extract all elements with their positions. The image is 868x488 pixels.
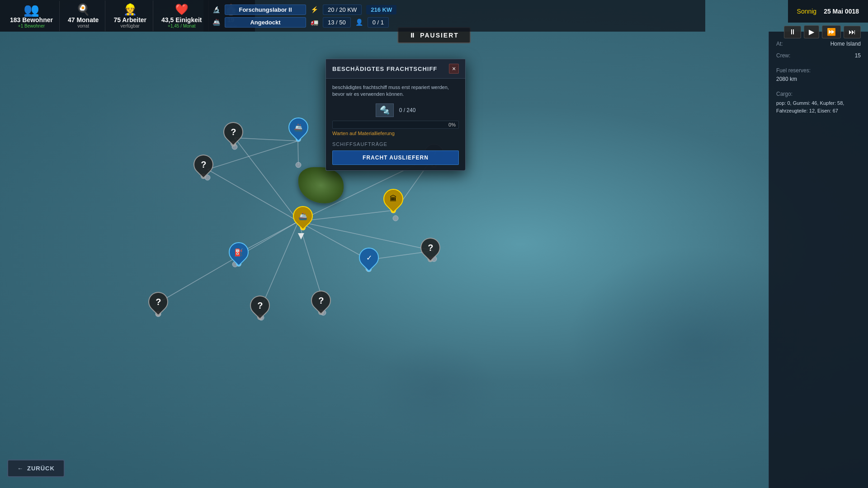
dialog-title: BESCHÄDIGTES FRACHTSCHIFF [332,66,437,72]
speed-controls: ⏸ ▶ ⏩ ⏭ [781,23,863,41]
workers-ratio: 0 / 1 [368,17,389,28]
pause-label: PAUSIERT [420,32,459,39]
fastest-speed-btn[interactable]: ⏭ [844,26,861,38]
repair-item-icon: 🔩 [376,103,394,117]
arbeiter-icon: 👷 [123,3,137,16]
einigkeit-value: 43,5 Einigkeit [161,16,202,23]
cargo-value: pop: 0, Gummi: 46, Kupfer: 58, Fahrzeugt… [776,99,861,114]
pause-speed-btn[interactable]: ⏸ [784,26,801,38]
repair-progress-bar: 0% [332,121,459,129]
fuel-label: Fuel reserves: [776,67,811,74]
map-node-unknown-5[interactable]: ? [148,292,168,316]
arbeiter-sub: verfügbar [121,23,140,28]
bewohner-sub: +1 Bewohner [18,23,45,28]
back-button[interactable]: ← ZURÜCK [7,460,65,477]
trucks-value: 13 / 50 [323,17,351,28]
progress-text: 0% [448,122,456,127]
map-node-unknown-7[interactable]: ? [311,291,331,315]
stat-bewohner: 👥 183 Bewohner +1 Bewohner [4,1,60,31]
power-current: 20 / 20 KW [323,5,362,15]
location-label: At: [776,41,783,47]
stat-einigkeit: ❤️ 43,5 Einigkeit +1,45 / Monat [155,0,208,31]
deliver-cargo-button[interactable]: FRACHT AUSLIEFERN [332,150,459,165]
dialog-close-button[interactable]: × [449,64,459,74]
bewohner-value: 183 Bewohner [10,16,53,23]
map-node-city[interactable]: 🏛 [383,189,403,213]
location-value: Home Island [830,41,861,47]
crew-label: Crew: [776,52,790,59]
item-count: 0 / 240 [399,107,416,113]
section-label: SCHIFFSAUFTRÄGE [332,141,459,147]
ship-icon: 🚢 [212,19,220,26]
bolt-icon: 🔩 [380,105,390,115]
stat-arbeiter: 👷 75 Arbeiter verfügbar [107,0,153,31]
waiting-text: Warten auf Materiallieferung [332,131,459,136]
dialog-body: beschädigtes frachtschiff muss erst repa… [326,79,465,170]
weather-text: Sonnig [797,8,817,15]
dialog-header: BESCHÄDIGTES FRACHTSCHIFF × [326,59,465,79]
docked-row: 🚢 Angedockt 🚛 13 / 50 👤 0 / 1 [212,17,696,28]
map-node-unknown-6[interactable]: ? [250,296,270,320]
map-node-ship-center[interactable]: 🚢 [293,206,313,230]
fuel-value: 2080 km [776,76,861,82]
right-info-panel: At: Home Island Crew: 15 Fuel reserves: … [769,32,868,488]
date-bar: Sonnig 25 Mai 0018 [788,0,868,23]
truck-icon: 🚛 [311,19,318,26]
map-node-unknown-2[interactable]: ? [193,155,213,179]
cargo-row: Cargo: pop: 0, Gummi: 46, Kupfer: 58, Fa… [776,89,861,114]
map-node-oil[interactable]: ⛽ [229,242,249,267]
research-icon: 🔬 [212,6,220,13]
monate-icon: 🍳 [76,3,90,16]
play-speed-btn[interactable]: ▶ [804,25,819,38]
monate-sub: vorrat [77,23,89,28]
pause-icon: ⏸ [409,32,416,39]
power-highlight: 216 KW [366,5,396,14]
map-node-unknown-4[interactable]: ? [420,238,440,262]
ship-repair-dialog: BESCHÄDIGTES FRACHTSCHIFF × beschädigtes… [326,59,466,171]
crew-value: 15 [855,52,861,59]
research-label: Forschungslabor II [225,5,306,15]
resource-info-panel: 🔬 Forschungslabor II ⚡ 20 / 20 KW 216 KW… [203,0,705,32]
fast-speed-btn[interactable]: ⏩ [822,25,841,38]
lightning-icon: ⚡ [311,6,318,13]
back-arrow-icon: ← [17,465,24,472]
einigkeit-sub: +1,45 / Monat [168,23,195,28]
cargo-label: Cargo: [776,91,793,97]
crew-row: Crew: 15 [776,52,861,59]
research-row: 🔬 Forschungslabor II ⚡ 20 / 20 KW 216 KW [212,5,696,15]
location-row: At: Home Island [776,41,861,47]
dialog-item-row: 🔩 0 / 240 [332,103,459,117]
stat-monate: 🍳 47 Monate vorrat [61,0,105,31]
date-text: 25 Mai 0018 [824,8,859,15]
einigkeit-icon: ❤️ [175,3,189,16]
map-node-unknown-1[interactable]: ? [223,122,243,146]
ship-direction-marker: ▲ [296,230,307,243]
docked-label: Angedockt [225,17,306,28]
dialog-description: beschädigtes frachtschiff muss erst repa… [332,84,459,98]
arbeiter-value: 75 Arbeiter [113,16,146,23]
back-label: ZURÜCK [27,465,55,472]
monate-value: 47 Monate [68,16,99,23]
map-node-ship-top[interactable]: 🚢 [288,117,308,142]
worker-icon: 👤 [355,19,363,26]
fuel-row: Fuel reserves: 2080 km [776,66,861,82]
map-node-check[interactable]: ✓ [359,248,379,272]
bewohner-icon: 👥 [24,4,39,16]
